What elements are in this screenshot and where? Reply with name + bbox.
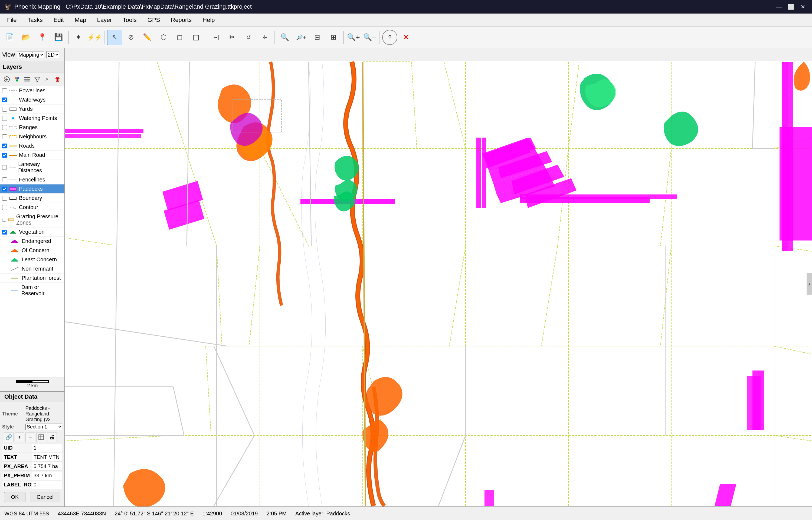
menu-file[interactable]: File <box>2 15 21 25</box>
map-area[interactable]: › › <box>65 61 812 506</box>
layer-waterways-check[interactable] <box>2 98 7 102</box>
layer-ranges-check[interactable] <box>2 125 7 130</box>
help-button[interactable]: ? <box>382 30 397 45</box>
od-area-value: 5,754.7 ha <box>32 462 62 470</box>
svg-rect-100 <box>484 490 489 506</box>
main-toolbar: 📄 📂 📍 💾 ✦ ⚡⚡ ↖ ⊘ ✏️ ⬡ ◻ ◫ ↔| ✂ ↺ ✛ 🔍 🔎+ … <box>0 27 812 48</box>
pin-button[interactable]: 📍 <box>35 30 50 45</box>
menu-help[interactable]: Help <box>198 15 220 25</box>
new-button[interactable]: 📄 <box>2 30 17 45</box>
layer-boundary[interactable]: Boundary <box>0 193 64 203</box>
split-button[interactable]: ↔| <box>208 30 224 45</box>
layer-contour[interactable]: Contour <box>0 203 64 212</box>
layer-powerlines-check[interactable] <box>2 88 7 93</box>
object-data-tab[interactable]: Object Data <box>0 392 64 402</box>
layer-roads[interactable]: Roads <box>0 141 64 151</box>
menu-reports[interactable]: Reports <box>166 15 196 25</box>
cut-button[interactable]: ✂ <box>225 30 240 45</box>
layer-main-road[interactable]: Main Road <box>0 151 64 160</box>
layer-watering-points[interactable]: Watering Points <box>0 114 64 123</box>
layer-neighbours[interactable]: Neighbours <box>0 132 64 141</box>
status-utm-coords: 434463E 7344033N <box>58 511 106 517</box>
close-red-button[interactable]: ✕ <box>398 30 414 45</box>
view-mode-select[interactable]: Mapping Planning Review <box>17 51 44 58</box>
search-button[interactable]: 🔎+ <box>293 30 309 45</box>
main-layout: Layers A 🗑 Powerli <box>0 61 812 506</box>
stack-button[interactable]: ⊟ <box>310 30 325 45</box>
od-link-btn[interactable]: 🔗 <box>4 432 13 442</box>
collapse-right-arrow[interactable]: › <box>807 276 812 292</box>
layer-waterways[interactable]: Waterways <box>0 95 64 105</box>
layer-label-icon[interactable]: A <box>43 75 52 84</box>
layer-add-icon[interactable] <box>2 75 11 84</box>
star-button[interactable]: ✦ <box>71 30 86 45</box>
minimize-button[interactable]: — <box>774 2 784 11</box>
layer-group-icon[interactable] <box>23 75 32 84</box>
od-style-select[interactable]: Section 1 Section 2 Section 3 <box>25 423 62 430</box>
od-perim-value: 33.7 km <box>32 471 62 479</box>
rotate-button[interactable]: ↺ <box>241 30 256 45</box>
menu-edit[interactable]: Edit <box>49 15 69 25</box>
layer-paddocks-check[interactable] <box>2 187 7 191</box>
polygon-button[interactable]: ⬡ <box>156 30 171 45</box>
layer-neighbours-check[interactable] <box>2 134 7 139</box>
layer-yards[interactable]: Yards <box>0 105 64 114</box>
utm-coords-value: 434463E 7344033N <box>58 511 106 517</box>
ok-button[interactable]: OK <box>4 492 25 502</box>
layer-contour-check[interactable] <box>2 205 7 210</box>
layer-paddocks[interactable]: Paddocks <box>0 184 64 193</box>
select-button[interactable]: ↖ <box>107 30 122 45</box>
title-bar: 🦅 Phoenix Mapping - C:\PxData 10\Example… <box>0 0 812 14</box>
layer-filter-icon[interactable] <box>33 75 42 84</box>
layer-palette-icon[interactable] <box>12 75 22 84</box>
od-print-btn[interactable]: 🖨 <box>47 432 57 442</box>
cut-polygon-button[interactable]: ◫ <box>188 30 203 45</box>
close-button[interactable]: ✕ <box>798 2 808 11</box>
draw-button[interactable]: ✏️ <box>140 30 155 45</box>
layer-boundary-check[interactable] <box>2 196 7 201</box>
svg-rect-16 <box>10 135 16 138</box>
zoom-out-button[interactable]: 🔍− <box>362 30 377 45</box>
svg-point-3 <box>15 77 17 79</box>
svg-rect-95 <box>780 127 812 240</box>
view-dimension-select[interactable]: 2D 3D <box>46 51 59 58</box>
layer-watering-points-check[interactable] <box>2 116 7 121</box>
layer-fencelines-check[interactable] <box>2 177 7 182</box>
layer-vegetation[interactable]: Vegetation <box>0 228 64 237</box>
svg-rect-8 <box>24 80 30 81</box>
menu-tools[interactable]: Tools <box>118 15 141 25</box>
layer-laneway-distances-check[interactable] <box>2 165 7 170</box>
layer-fencelines[interactable]: Fencelines <box>0 175 64 184</box>
layer-ranges[interactable]: Ranges <box>0 123 64 132</box>
cancel-button[interactable]: Cancel <box>30 492 60 502</box>
menu-gps[interactable]: GPS <box>143 15 165 25</box>
svg-rect-73 <box>65 129 143 133</box>
layer-yards-check[interactable] <box>2 107 7 111</box>
move-button[interactable]: ✛ <box>257 30 272 45</box>
od-dash-btn[interactable]: − <box>25 432 35 442</box>
add-layer-button[interactable]: ⊞ <box>326 30 341 45</box>
layer-grazing-pressure-check[interactable] <box>2 217 6 222</box>
layer-grazing-pressure[interactable]: Grazing Pressure Zones <box>0 212 64 228</box>
layer-powerlines[interactable]: Powerlines <box>0 86 64 95</box>
layer-main-road-check[interactable] <box>2 153 7 158</box>
no-select-button[interactable]: ⊘ <box>123 30 139 45</box>
menu-layer[interactable]: Layer <box>92 15 117 25</box>
snap-button[interactable]: ⚡⚡ <box>87 30 102 45</box>
layer-roads-check[interactable] <box>2 144 7 149</box>
layer-delete-icon[interactable]: 🗑 <box>53 75 62 84</box>
od-add-btn[interactable]: + <box>15 432 24 442</box>
layer-laneway-distances[interactable]: Laneway Distances <box>0 160 64 175</box>
menu-map[interactable]: Map <box>70 15 91 25</box>
maximize-button[interactable]: ⬜ <box>786 2 796 11</box>
rectangle-button[interactable]: ◻ <box>172 30 187 45</box>
status-scale: 1:42900 <box>202 511 222 517</box>
save-button[interactable]: 💾 <box>51 30 66 45</box>
menu-tasks[interactable]: Tasks <box>23 15 47 25</box>
layer-vegetation-check[interactable] <box>2 230 7 235</box>
veg-endangered: Endangered <box>0 237 64 246</box>
open-button[interactable]: 📂 <box>19 30 33 45</box>
zoom-in-button[interactable]: 🔍+ <box>346 30 361 45</box>
find-button[interactable]: 🔍 <box>277 30 292 45</box>
od-table-btn[interactable] <box>36 432 46 442</box>
